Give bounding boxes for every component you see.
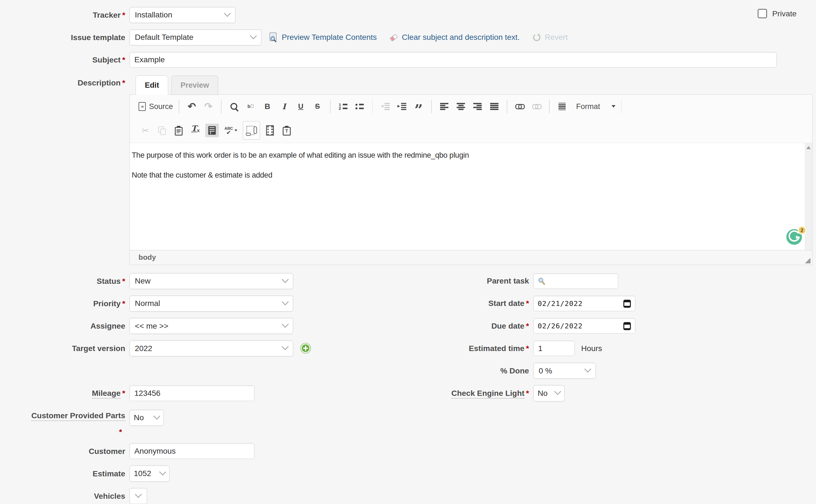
copy-button[interactable] xyxy=(155,124,169,137)
preview-template-link[interactable]: Preview Template Contents xyxy=(269,32,377,42)
customer-parts-select[interactable]: No xyxy=(129,410,164,426)
percent-done-select[interactable]: 0 % xyxy=(533,363,596,379)
vehicles-select[interactable] xyxy=(129,488,147,504)
indent-button[interactable] xyxy=(395,100,409,113)
check-engine-select[interactable]: No xyxy=(533,385,565,401)
find-button[interactable] xyxy=(227,100,241,113)
priority-select[interactable]: Normal xyxy=(129,295,293,311)
justify-button[interactable] xyxy=(487,100,501,113)
tracker-select[interactable]: Installation xyxy=(129,7,235,23)
status-select[interactable]: New xyxy=(129,273,293,289)
estimated-time-suffix: Hours xyxy=(581,344,602,353)
align-right-button[interactable] xyxy=(471,100,484,113)
mileage-row: Mileage* Check Engine Light* No xyxy=(0,385,816,401)
undo-button[interactable] xyxy=(185,100,199,113)
mileage-input[interactable] xyxy=(129,385,255,401)
redo-button[interactable] xyxy=(202,100,215,113)
tab-preview[interactable]: Preview xyxy=(171,76,218,95)
replace-button[interactable] xyxy=(244,100,258,113)
tab-edit[interactable]: Edit xyxy=(136,76,168,95)
line-height-button[interactable] xyxy=(555,100,569,113)
required-marker: * xyxy=(122,277,125,285)
mileage-label: Mileage* xyxy=(0,389,129,398)
customer-parts-row: Customer Provided Parts * No xyxy=(0,407,816,441)
assignee-label: Assignee xyxy=(0,321,129,330)
required-marker: * xyxy=(526,389,529,398)
toolbar-separator xyxy=(621,100,622,113)
toolbar-separator xyxy=(549,100,550,113)
remove-format-button[interactable] xyxy=(189,124,202,137)
numbered-list-button[interactable] xyxy=(336,100,350,113)
calendar-icon[interactable] xyxy=(623,321,631,330)
tracker-label: Tracker* xyxy=(0,11,129,19)
vehicles-row: Vehicles xyxy=(0,488,816,504)
grammarly-button[interactable]: 2 xyxy=(785,226,807,246)
estimated-time-input[interactable] xyxy=(533,341,575,356)
revert-link[interactable]: Revert xyxy=(532,33,568,42)
outdent-button[interactable] xyxy=(378,100,392,113)
assignee-select[interactable]: << me >> xyxy=(129,318,293,334)
customer-parts-label-text: Customer Provided Parts xyxy=(31,411,125,421)
paste-text-icon xyxy=(283,127,291,136)
format-select[interactable]: Format xyxy=(572,100,615,113)
calendar-icon[interactable] xyxy=(623,299,631,308)
italic-button[interactable] xyxy=(277,100,291,113)
estimate-select[interactable]: 1052 xyxy=(129,465,170,481)
add-version-button[interactable] xyxy=(300,343,311,354)
start-date-group: Start date* 02/21/2022 xyxy=(389,295,635,311)
editor-content-area[interactable]: The purpose of this work order is to be … xyxy=(130,143,812,250)
link-button[interactable] xyxy=(513,100,527,113)
media-embed-button[interactable] xyxy=(263,124,277,137)
toolbar-separator xyxy=(372,100,373,113)
target-version-select[interactable]: 2022 xyxy=(129,340,293,356)
editor-text[interactable]: The purpose of this work order is to be … xyxy=(130,143,812,180)
blockquote-button[interactable] xyxy=(412,100,425,113)
parent-task-group: Parent task xyxy=(389,273,618,289)
editor-tabs: Edit Preview xyxy=(129,76,812,94)
priority-row: Priority* Normal Start date* 02/21/2022 xyxy=(0,295,816,311)
start-date-input[interactable]: 02/21/2022 xyxy=(533,296,636,311)
revert-link-text: Revert xyxy=(545,33,568,42)
search-icon xyxy=(538,277,545,285)
select-all-button[interactable] xyxy=(205,124,219,137)
unlink-button[interactable] xyxy=(530,100,543,113)
paste-text-button[interactable] xyxy=(280,124,293,137)
resize-handle[interactable] xyxy=(805,258,810,263)
subject-input[interactable] xyxy=(129,52,777,68)
indent-icon xyxy=(397,103,406,110)
paste-button[interactable] xyxy=(172,124,185,137)
underline-button[interactable] xyxy=(294,100,308,113)
clear-subject-link[interactable]: Clear subject and description text. xyxy=(389,33,519,42)
description-section: Description* Edit Preview Source xyxy=(0,76,816,265)
bulleted-list-button[interactable] xyxy=(353,100,367,113)
chevron-down-icon xyxy=(282,276,289,283)
toolbar-separator xyxy=(330,100,331,113)
issue-template-select[interactable]: Default Template xyxy=(129,29,261,45)
widget-button[interactable] xyxy=(243,121,260,139)
preview-template-link-text: Preview Template Contents xyxy=(282,33,377,42)
element-path-label[interactable]: body xyxy=(139,253,156,262)
assignee-value: << me >> xyxy=(135,321,279,331)
source-button[interactable]: Source xyxy=(139,100,173,113)
cut-button[interactable] xyxy=(139,124,152,137)
subject-row: Subject* xyxy=(0,52,816,68)
due-date-input[interactable]: 02/26/2022 xyxy=(533,318,636,334)
private-checkbox[interactable] xyxy=(758,9,767,18)
select-all-icon xyxy=(208,126,215,134)
align-left-button[interactable] xyxy=(437,100,451,113)
customer-input[interactable] xyxy=(129,443,255,459)
toolbar-separator xyxy=(507,100,507,113)
bold-button[interactable] xyxy=(261,100,274,113)
parent-task-input[interactable] xyxy=(533,273,618,289)
line-height-icon xyxy=(558,103,566,110)
subject-label: Subject* xyxy=(0,55,129,64)
customer-parts-value: No xyxy=(134,413,152,422)
scroll-up-icon[interactable] xyxy=(806,146,811,149)
eraser-icon xyxy=(389,33,399,42)
align-center-button[interactable] xyxy=(454,100,468,113)
align-center-icon xyxy=(457,103,465,110)
strikethrough-button[interactable] xyxy=(311,100,324,113)
estimate-row: Estimate 1052 xyxy=(0,465,816,481)
chevron-down-icon xyxy=(282,321,289,328)
spell-check-button[interactable] xyxy=(222,124,240,137)
